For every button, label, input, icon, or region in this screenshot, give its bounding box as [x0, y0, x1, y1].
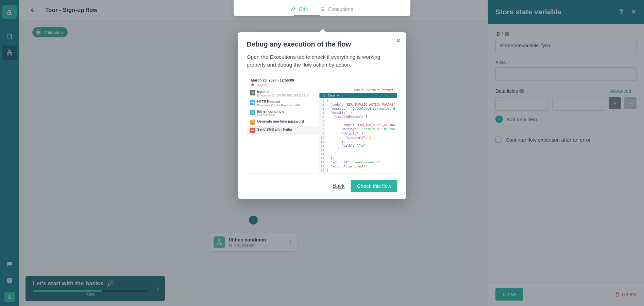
tour-cta-button[interactable]: Check this flow: [351, 180, 397, 192]
tab-edit[interactable]: Edit: [291, 6, 308, 12]
svg-point-9: [251, 83, 254, 86]
exec-action-list: ⚙Input dataExecution ID: 158496456016921…: [247, 87, 319, 174]
active-tab-underline: [294, 15, 320, 16]
tour-title: Debug any execution of the flow: [247, 40, 397, 48]
exec-subtabs: INPUT OUTPUT ERROR: [319, 87, 397, 93]
exec-timestamp: March 23, 2020 - 12:56:00: [251, 78, 393, 82]
execution-preview: March 23, 2020 - 12:56:00 FAILED ⚙Input …: [247, 75, 397, 174]
tab-executions[interactable]: Executions: [320, 6, 353, 12]
exec-status: FAILED: [251, 83, 393, 87]
tour-popover: ✕ Debug any execution of the flow Open t…: [238, 32, 406, 199]
flow-tabs-card: Edit Executions: [234, 0, 410, 16]
tour-close-icon[interactable]: ✕: [396, 37, 401, 44]
tour-back-button[interactable]: Back: [333, 183, 345, 189]
tour-body: Open the Executions tab to check if ever…: [247, 53, 397, 69]
